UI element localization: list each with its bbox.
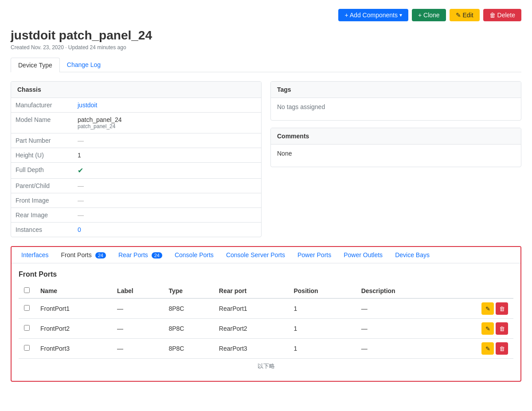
no-tags-label: No tags assigned — [277, 103, 325, 110]
comments-text: None — [277, 150, 292, 157]
chassis-value-fulldepth: ✔ — [73, 163, 261, 179]
front-ports-table: Name Label Type Rear port Position Descr… — [19, 284, 513, 359]
cell-type: 8P8C — [163, 339, 213, 359]
chassis-row-height: Height (U) 1 — [11, 148, 261, 163]
cell-rear-port: RearPort1 — [214, 298, 289, 319]
component-panel: Interfaces Front Ports 24 Rear Ports 24 … — [11, 246, 521, 382]
row-checkbox-2[interactable] — [24, 345, 30, 351]
chassis-value-part: — — [73, 133, 261, 148]
cell-actions: ✎ 🗑 — [442, 319, 513, 339]
edit-row-button[interactable]: ✎ — [481, 342, 494, 355]
chassis-row-manufacturer: Manufacturer justdoit — [11, 98, 261, 113]
cell-position: 1 — [288, 298, 356, 319]
row-checkbox-cell — [19, 298, 35, 319]
chassis-label-parentchild: Parent/Child — [11, 179, 73, 193]
cell-name: FrontPort2 — [35, 319, 112, 339]
delete-row-button[interactable]: 🗑 — [496, 322, 508, 335]
comments-body: None — [271, 145, 521, 167]
comp-tab-power-ports[interactable]: Power Ports — [291, 247, 337, 263]
delete-row-button[interactable]: 🗑 — [496, 302, 508, 315]
chassis-header: Chassis — [11, 82, 261, 98]
comp-content: Front Ports Name Label Type Rear port Po… — [12, 263, 520, 381]
delete-row-button[interactable]: 🗑 — [496, 342, 508, 355]
chassis-value-model: patch_panel_24 patch_panel_24 — [73, 113, 261, 133]
edit-button[interactable]: ✎ Edit — [450, 9, 480, 21]
rear-ports-badge: 24 — [152, 252, 162, 258]
chassis-label-frontimage: Front Image — [11, 193, 73, 208]
chassis-row-instances: Instances 0 — [11, 223, 261, 237]
tags-body: No tags assigned — [271, 98, 521, 120]
comp-tab-power-outlets[interactable]: Power Outlets — [337, 247, 389, 263]
th-position: Position — [288, 284, 356, 298]
main-tabs: Device Type Change Log — [11, 58, 521, 72]
front-ports-section-title: Front Ports — [19, 270, 513, 278]
tags-header: Tags — [271, 82, 521, 98]
component-tabs: Interfaces Front Ports 24 Rear Ports 24 … — [12, 247, 520, 263]
comp-tab-interfaces[interactable]: Interfaces — [15, 247, 55, 263]
th-name: Name — [35, 284, 112, 298]
table-row: FrontPort1 — 8P8C RearPort1 1 — ✎ 🗑 — [19, 298, 513, 319]
page-title: justdoit patch_panel_24 — [11, 28, 521, 43]
chassis-value-frontimage: — — [73, 193, 261, 208]
cell-position: 1 — [288, 319, 356, 339]
row-checkbox-0[interactable] — [24, 305, 30, 311]
chassis-value-height: 1 — [73, 148, 261, 163]
truncated-note: 以下略 — [19, 359, 513, 374]
edit-row-button[interactable]: ✎ — [481, 302, 494, 315]
cell-description: — — [356, 298, 442, 319]
chassis-label-rearimage: Rear Image — [11, 208, 73, 223]
row-checkbox-cell — [19, 319, 35, 339]
table-row: FrontPort2 — 8P8C RearPort2 1 — ✎ 🗑 — [19, 319, 513, 339]
add-components-button[interactable]: + Add Components — [338, 9, 408, 21]
cell-type: 8P8C — [163, 298, 213, 319]
table-header-row: Name Label Type Rear port Position Descr… — [19, 284, 513, 298]
tags-card: Tags No tags assigned — [270, 81, 521, 121]
cell-actions: ✎ 🗑 — [442, 298, 513, 319]
comp-tab-rear-ports[interactable]: Rear Ports 24 — [112, 247, 168, 263]
cell-name: FrontPort3 — [35, 339, 112, 359]
chassis-row-part: Part Number — — [11, 133, 261, 148]
cell-label: — — [112, 339, 163, 359]
chassis-row-frontimage: Front Image — — [11, 193, 261, 208]
chassis-row-model: Model Name patch_panel_24 patch_panel_24 — [11, 113, 261, 133]
th-type: Type — [163, 284, 213, 298]
cell-label: — — [112, 298, 163, 319]
comp-tab-console-ports[interactable]: Console Ports — [168, 247, 220, 263]
instances-link[interactable]: 0 — [73, 223, 261, 237]
manufacturer-link[interactable]: justdoit — [73, 98, 261, 113]
row-checkbox-1[interactable] — [24, 325, 30, 331]
chassis-label-part: Part Number — [11, 133, 73, 148]
chassis-row-parentchild: Parent/Child — — [11, 179, 261, 193]
clone-button[interactable]: + Clone — [412, 9, 446, 21]
chassis-label-model: Model Name — [11, 113, 73, 133]
chassis-row-rearimage: Rear Image — — [11, 208, 261, 223]
cell-description: — — [356, 339, 442, 359]
tab-device-type[interactable]: Device Type — [11, 58, 60, 72]
th-description: Description — [356, 284, 442, 298]
cell-rear-port: RearPort2 — [214, 319, 289, 339]
chassis-row-fulldepth: Full Depth ✔ — [11, 163, 261, 179]
comp-tab-console-server-ports[interactable]: Console Server Ports — [220, 247, 291, 263]
comp-tab-front-ports[interactable]: Front Ports 24 — [55, 247, 112, 263]
cell-actions: ✎ 🗑 — [442, 339, 513, 359]
front-ports-badge: 24 — [95, 252, 106, 258]
delete-button[interactable]: 🗑 Delete — [483, 9, 521, 21]
top-bar: + Add Components + Clone ✎ Edit 🗑 Delete — [11, 9, 521, 21]
comments-header: Comments — [271, 128, 521, 145]
cell-rear-port: RearPort3 — [214, 339, 289, 359]
comp-tab-device-bays[interactable]: Device Bays — [389, 247, 436, 263]
cell-label: — — [112, 319, 163, 339]
th-actions — [442, 284, 513, 298]
cell-name: FrontPort1 — [35, 298, 112, 319]
th-rear-port: Rear port — [214, 284, 289, 298]
cell-description: — — [356, 319, 442, 339]
chassis-label-manufacturer: Manufacturer — [11, 98, 73, 113]
select-all-checkbox[interactable] — [24, 287, 30, 293]
edit-row-button[interactable]: ✎ — [481, 322, 494, 335]
chassis-table: Manufacturer justdoit Model Name patch_p… — [11, 98, 261, 237]
chassis-label-height: Height (U) — [11, 148, 73, 163]
tab-change-log[interactable]: Change Log — [60, 58, 108, 72]
comments-card: Comments None — [270, 128, 521, 167]
chassis-label-fulldepth: Full Depth — [11, 163, 73, 179]
chassis-value-parentchild: — — [73, 179, 261, 193]
